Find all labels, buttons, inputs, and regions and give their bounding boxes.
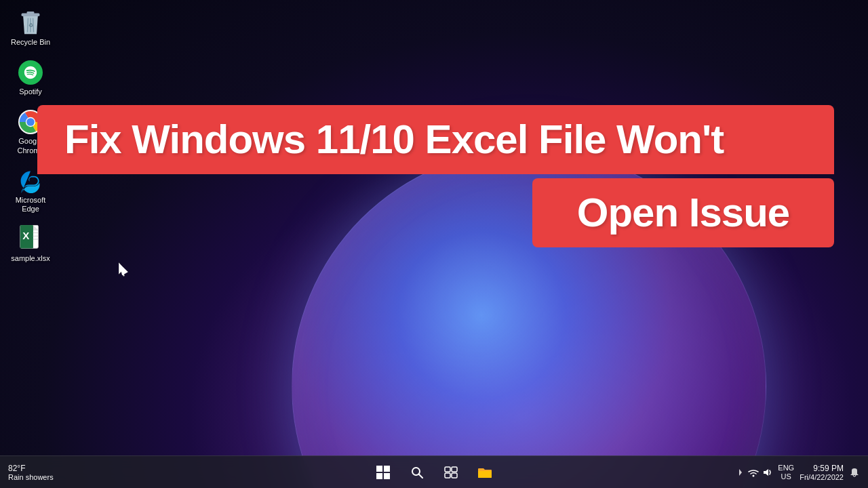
svg-point-9 — [26, 119, 35, 127]
spotify-icon — [17, 59, 44, 86]
video-banner: Fix Windows 11/10 Excel File Won't Open … — [37, 105, 834, 247]
svg-rect-19 — [445, 467, 450, 472]
clock-date: Fri/4/22/2022 — [800, 473, 844, 481]
banner-line2: Open Issue — [577, 190, 789, 235]
task-view-button[interactable] — [436, 458, 466, 487]
weather-temp: 82°F — [8, 464, 25, 473]
desktop-icon-recycle-bin[interactable]: ♻ Recycle Bin — [7, 7, 54, 49]
svg-line-18 — [419, 474, 423, 478]
desktop: ♻ Recycle Bin Spotify — [0, 0, 868, 488]
clock-time: 9:59 PM — [813, 464, 844, 473]
system-tray[interactable] — [736, 468, 772, 477]
language-text: ENG — [778, 464, 794, 472]
taskbar-clock[interactable]: 9:59 PM Fri/4/22/2022 — [800, 464, 844, 481]
notification-icon[interactable] — [849, 468, 860, 477]
tray-arrow-icon — [736, 468, 745, 477]
svg-line-4 — [33, 18, 34, 33]
taskbar-center-icons — [368, 458, 500, 487]
region-text: US — [781, 472, 791, 481]
file-explorer-button[interactable] — [470, 458, 500, 487]
svg-rect-21 — [445, 473, 450, 478]
task-view-icon — [444, 466, 458, 479]
svg-text:♻: ♻ — [28, 22, 33, 28]
language-indicator[interactable]: ENG US — [778, 464, 794, 480]
windows-logo-icon — [376, 466, 390, 479]
taskbar-right: ENG US 9:59 PM Fri/4/22/2022 — [736, 464, 860, 481]
svg-rect-22 — [452, 473, 457, 478]
taskbar-weather[interactable]: 82°F Rain showers — [8, 464, 54, 481]
svg-point-24 — [753, 474, 755, 476]
start-button[interactable] — [368, 458, 398, 487]
svg-text:X: X — [22, 230, 29, 241]
banner-bottom: Open Issue — [532, 178, 834, 247]
mouse-cursor — [119, 262, 127, 276]
excel-file-label: sample.xlsx — [11, 254, 50, 263]
desktop-icon-spotify[interactable]: Spotify — [7, 56, 54, 99]
recycle-bin-label: Recycle Bin — [11, 38, 50, 47]
network-icon — [748, 468, 759, 477]
banner-top: Fix Windows 11/10 Excel File Won't — [37, 105, 834, 174]
search-icon — [411, 466, 423, 479]
volume-icon — [762, 468, 772, 477]
spotify-label: Spotify — [19, 87, 42, 96]
search-button[interactable] — [402, 458, 432, 487]
svg-marker-23 — [739, 469, 742, 476]
recycle-bin-icon: ♻ — [17, 9, 44, 37]
folder-icon — [477, 466, 492, 479]
svg-rect-20 — [452, 467, 457, 472]
taskbar: 82°F Rain showers — [0, 455, 868, 488]
svg-rect-1 — [27, 12, 35, 14]
weather-condition: Rain showers — [8, 473, 54, 481]
banner-line1: Fix Windows 11/10 Excel File Won't — [64, 117, 724, 162]
